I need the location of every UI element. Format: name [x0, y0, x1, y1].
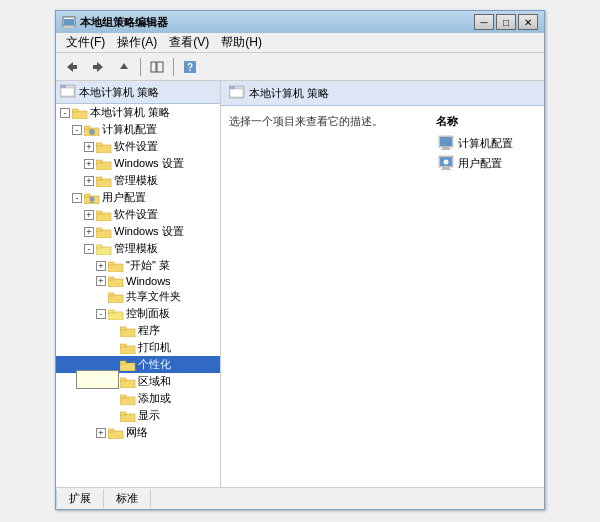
- expand-windows1[interactable]: +: [84, 159, 94, 169]
- status-tab-extended[interactable]: 扩展: [56, 489, 104, 508]
- tree-label-software1: 软件设置: [114, 139, 158, 154]
- tree-node-computer[interactable]: - 计算机配置: [56, 121, 220, 138]
- tree-node-shared[interactable]: 共享文件夹: [56, 288, 220, 305]
- forward-button[interactable]: [86, 56, 110, 78]
- right-panel-header: 本地计算机 策略: [221, 81, 544, 106]
- folder-icon-personal: [120, 359, 136, 371]
- tree-label-control: 控制面板: [126, 306, 170, 321]
- toolbar-separator-1: [140, 58, 141, 76]
- close-button[interactable]: ✕: [518, 14, 538, 30]
- svg-rect-18: [84, 126, 90, 129]
- svg-rect-38: [108, 277, 114, 280]
- tree-node-addremove[interactable]: 添加或: [56, 390, 220, 407]
- tree-node-admin1[interactable]: + 管理模板: [56, 172, 220, 189]
- tree-label-software2: 软件设置: [114, 207, 158, 222]
- up-button[interactable]: [112, 56, 136, 78]
- tree-node-network[interactable]: + 网络: [56, 424, 220, 441]
- tree-node-control[interactable]: - 控制面板: [56, 305, 220, 322]
- tree-node-windows2[interactable]: + Windows 设置: [56, 223, 220, 240]
- svg-rect-2: [63, 26, 75, 28]
- folder-icon-windows1: [96, 158, 112, 170]
- main-window: 本地组策略编辑器 ─ □ ✕ 文件(F) 操作(A) 查看(V) 帮助(H): [55, 10, 545, 510]
- svg-rect-4: [72, 65, 77, 69]
- svg-rect-54: [120, 412, 126, 415]
- tree-node-software2[interactable]: + 软件设置: [56, 206, 220, 223]
- tree-node-programs[interactable]: 程序: [56, 322, 220, 339]
- menu-view[interactable]: 查看(V): [163, 32, 215, 53]
- folder-icon-wincomp: [108, 275, 124, 287]
- tree-node-admin2[interactable]: - 管理模板: [56, 240, 220, 257]
- svg-rect-6: [93, 65, 98, 69]
- name-list: 名称 计算机配: [436, 114, 536, 479]
- tree-node-personal[interactable]: 个性化 个性化: [56, 356, 220, 373]
- svg-rect-69: [441, 169, 451, 170]
- tree-label-computer: 计算机配置: [102, 122, 157, 137]
- window-controls: ─ □ ✕: [474, 14, 538, 30]
- svg-rect-52: [120, 395, 126, 398]
- tree-panel[interactable]: 本地计算机 策略 - 本地计算机 策略 -: [56, 81, 221, 487]
- expand-root[interactable]: -: [60, 108, 70, 118]
- menu-file[interactable]: 文件(F): [60, 32, 111, 53]
- name-list-item-user[interactable]: 用户配置: [436, 153, 536, 173]
- folder-icon-software1: [96, 141, 112, 153]
- expand-admin1[interactable]: +: [84, 176, 94, 186]
- status-tab-standard[interactable]: 标准: [104, 489, 151, 508]
- title-bar: 本地组策略编辑器 ─ □ ✕: [56, 11, 544, 33]
- expand-software1[interactable]: +: [84, 142, 94, 152]
- expand-control[interactable]: -: [96, 309, 106, 319]
- back-button[interactable]: [60, 56, 84, 78]
- svg-rect-36: [108, 262, 114, 265]
- svg-rect-16: [72, 109, 78, 112]
- expand-windows2[interactable]: +: [84, 227, 94, 237]
- folder-icon-printer: [120, 342, 136, 354]
- svg-rect-9: [157, 62, 163, 72]
- right-panel-body: 选择一个项目来查看它的描述。 名称: [221, 106, 544, 487]
- svg-rect-25: [96, 177, 102, 180]
- status-bar: 扩展 标准: [56, 487, 544, 509]
- svg-point-67: [444, 160, 449, 165]
- name-item-icon-user: [438, 155, 454, 171]
- expand-admin2[interactable]: -: [84, 244, 94, 254]
- tree-label-admin2: 管理模板: [114, 241, 158, 256]
- expand-start[interactable]: +: [96, 261, 106, 271]
- svg-rect-44: [120, 327, 126, 330]
- folder-icon-admin2: [96, 243, 112, 255]
- show-tree-button[interactable]: [145, 56, 169, 78]
- folder-icon-network: [108, 427, 124, 439]
- tree-node-printer[interactable]: 打印机: [56, 339, 220, 356]
- tree-label-shared: 共享文件夹: [126, 289, 181, 304]
- main-content: 本地计算机 策略 - 本地计算机 策略 -: [56, 81, 544, 487]
- expand-network[interactable]: +: [96, 428, 106, 438]
- help-button[interactable]: ?: [178, 56, 202, 78]
- expand-software2[interactable]: +: [84, 210, 94, 220]
- tree-node-display[interactable]: 显示: [56, 407, 220, 424]
- menu-action[interactable]: 操作(A): [111, 32, 163, 53]
- expand-computer[interactable]: -: [72, 125, 82, 135]
- svg-point-19: [89, 129, 95, 135]
- svg-marker-7: [120, 63, 128, 69]
- name-item-label-computer: 计算机配置: [458, 136, 513, 151]
- svg-rect-23: [96, 160, 102, 163]
- tree-label-network: 网络: [126, 425, 148, 440]
- tree-label-addremove: 添加或: [138, 391, 171, 406]
- svg-rect-21: [96, 143, 102, 146]
- tree-node-region[interactable]: 区域和: [56, 373, 220, 390]
- svg-point-28: [90, 196, 95, 201]
- svg-rect-1: [64, 19, 74, 25]
- name-list-item-computer[interactable]: 计算机配置: [436, 133, 536, 153]
- folder-icon-computer: [84, 124, 100, 136]
- tree-node-windows1[interactable]: + Windows 设置: [56, 155, 220, 172]
- maximize-button[interactable]: □: [496, 14, 516, 30]
- svg-rect-34: [96, 245, 102, 248]
- minimize-button[interactable]: ─: [474, 14, 494, 30]
- tree-label-admin1: 管理模板: [114, 173, 158, 188]
- tree-node-root[interactable]: - 本地计算机 策略: [56, 104, 220, 121]
- tree-node-software1[interactable]: + 软件设置: [56, 138, 220, 155]
- tree-node-user[interactable]: - 用户配置: [56, 189, 220, 206]
- tree-node-wincomp[interactable]: + Windows: [56, 274, 220, 288]
- menu-help[interactable]: 帮助(H): [215, 32, 268, 53]
- expand-wincomp[interactable]: +: [96, 276, 106, 286]
- expand-user[interactable]: -: [72, 193, 82, 203]
- tree-node-start[interactable]: + "开始" 菜: [56, 257, 220, 274]
- folder-icon-software2: [96, 209, 112, 221]
